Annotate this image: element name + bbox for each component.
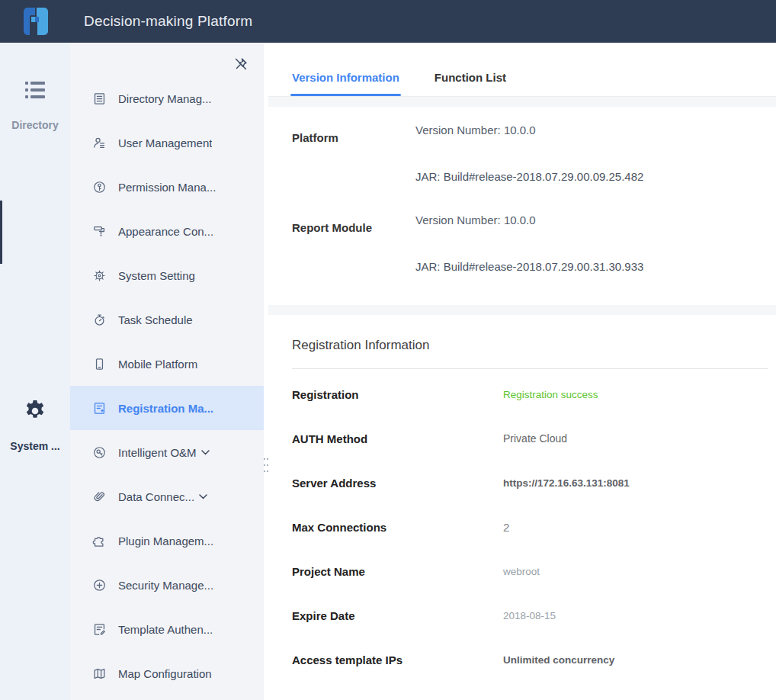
- finereport-logo-icon: [20, 5, 50, 37]
- platform-jar-build: JAR: Build#release-2018.07.29.00.09.25.4…: [415, 170, 768, 183]
- template-edit-icon: [91, 621, 107, 637]
- document-list-icon: [91, 91, 107, 107]
- menu-item-task-schedule[interactable]: Task Schedule: [70, 297, 264, 342]
- paint-roller-icon: [91, 223, 107, 239]
- project-name-value: webroot: [503, 566, 540, 577]
- menu-item-appearance-configuration[interactable]: Appearance Con...: [70, 209, 264, 253]
- tab-version-information[interactable]: Version Information: [292, 71, 399, 96]
- registration-section-title: Registration Information: [292, 338, 768, 353]
- field-label: Server Address: [292, 477, 503, 490]
- field-label: Max Connections: [292, 521, 503, 534]
- menu-item-plugin-management[interactable]: Plugin Managem...: [70, 519, 264, 563]
- menu-item-security-management[interactable]: Security Manage...: [70, 563, 264, 607]
- version-row-label: Platform: [292, 117, 415, 207]
- access-template-ips-row: Access template IPs Unlimited concurrenc…: [292, 637, 768, 682]
- key-circle-icon: [91, 179, 107, 195]
- menu-item-map-configuration[interactable]: Map Configuration: [70, 651, 264, 695]
- server-address-value: https://172.16.63.131:8081: [503, 477, 630, 489]
- auth-method-row: AUTH Method Private Cloud: [292, 416, 768, 461]
- menu-item-registration-management[interactable]: Registration Ma...: [70, 386, 264, 430]
- menu-item-template-authentication[interactable]: Template Authen...: [70, 607, 264, 651]
- mobile-icon: [91, 356, 107, 372]
- system-menu-sidebar: Directory Manag... User Management Permi…: [70, 43, 264, 700]
- field-label: Expire Date: [292, 609, 503, 622]
- menu-item-label: Security Manage...: [118, 579, 213, 592]
- chevron-down-icon: [201, 450, 210, 455]
- app-title: Decision-making Platform: [84, 13, 252, 30]
- shield-plus-icon: [91, 577, 107, 593]
- version-row-report-module: Report Module Version Number: 10.0.0 JAR…: [292, 207, 768, 297]
- rail-item-system[interactable]: System ...: [10, 399, 59, 651]
- max-connections-value: 2: [503, 521, 509, 534]
- menu-item-label: Appearance Con...: [118, 225, 213, 238]
- app-header: Decision-making Platform: [0, 0, 776, 43]
- field-label: Project Name: [292, 565, 503, 578]
- panel-divider: [264, 43, 268, 700]
- menu-item-permission-management[interactable]: Permission Mana...: [70, 165, 264, 209]
- gear-icon: [23, 399, 47, 423]
- menu-item-system-setting[interactable]: System Setting: [70, 253, 264, 297]
- app-window: Decision-making Platform Directory: [0, 0, 776, 700]
- auth-method-value: Private Cloud: [503, 432, 567, 445]
- menu-item-label: Template Authen...: [118, 623, 213, 636]
- menu-item-label: User Management: [118, 136, 212, 149]
- directory-list-icon: [23, 78, 47, 102]
- platform-version-number: Version Number: 10.0.0: [415, 117, 768, 136]
- registration-row: Registration Registration success: [292, 372, 768, 416]
- menu-item-data-connection[interactable]: Data Connec...: [70, 474, 264, 519]
- registration-doc-icon: [91, 400, 107, 416]
- menu-item-intelligent-om[interactable]: Intelligent O&M: [70, 430, 264, 474]
- user-icon: [91, 135, 107, 151]
- menu-item-directory-management[interactable]: Directory Manag...: [70, 76, 264, 120]
- project-name-row: Project Name webroot: [292, 549, 768, 593]
- server-address-row: Server Address https://172.16.63.131:808…: [292, 461, 768, 505]
- menu-item-user-management[interactable]: User Management: [70, 120, 264, 165]
- menu-item-label: System Setting: [118, 269, 195, 282]
- field-label: AUTH Method: [292, 432, 503, 445]
- chevron-down-icon: [199, 494, 207, 499]
- wrench-circle-icon: [91, 445, 107, 461]
- expire-date-row: Expire Date 2018-08-15: [292, 593, 768, 637]
- stopwatch-icon: [91, 312, 107, 328]
- menu-item-label: Map Configuration: [118, 667, 212, 680]
- expire-date-value: 2018-08-15: [503, 610, 556, 621]
- puzzle-icon: [91, 533, 107, 549]
- menu-item-label: Data Connec...: [118, 490, 194, 503]
- rail-label-directory: Directory: [11, 119, 58, 330]
- rail-label-system: System ...: [10, 440, 59, 651]
- registration-info-card: Registration Information Registration Re…: [268, 315, 776, 700]
- menu-item-label: Task Schedule: [118, 313, 193, 326]
- field-label: Access template IPs: [292, 653, 503, 666]
- rail-item-directory[interactable]: Directory: [11, 78, 58, 330]
- menu-item-label: Registration Ma...: [118, 402, 213, 415]
- tab-bar: Version Information Function List: [268, 43, 776, 97]
- app-logo[interactable]: [0, 5, 70, 37]
- map-icon: [91, 666, 107, 682]
- menu-item-label: Permission Mana...: [118, 181, 216, 194]
- field-label: Registration: [292, 388, 503, 401]
- report-module-jar-build: JAR: Build#release-2018.07.29.00.31.30.9…: [415, 260, 768, 273]
- tab-function-list[interactable]: Function List: [434, 71, 506, 96]
- left-rail: Directory System ...: [0, 43, 70, 700]
- main-content: Version Information Function List Platfo…: [268, 43, 776, 700]
- version-row-platform: Platform Version Number: 10.0.0 JAR: Bui…: [292, 117, 768, 207]
- menu-item-label: Plugin Managem...: [118, 535, 213, 547]
- menu-item-mobile-platform[interactable]: Mobile Platform: [70, 342, 264, 386]
- menu-item-label: Intelligent O&M: [118, 446, 197, 459]
- registration-status-badge: Registration success: [503, 389, 598, 400]
- max-connections-row: Max Connections 2: [292, 505, 768, 549]
- rail-selection-bar: [0, 201, 2, 264]
- menu-item-label: Mobile Platform: [118, 358, 197, 371]
- gear-outline-icon: [91, 268, 107, 284]
- access-template-ips-value: Unlimited concurrency: [503, 654, 614, 666]
- version-info-card: Platform Version Number: 10.0.0 JAR: Bui…: [268, 107, 776, 305]
- unpin-icon[interactable]: [232, 55, 250, 73]
- paperclip-icon: [91, 489, 107, 505]
- drag-handle[interactable]: [261, 453, 271, 477]
- section-separator: [292, 368, 768, 369]
- report-module-version-number: Version Number: 10.0.0: [415, 207, 768, 226]
- version-row-label: Report Module: [292, 207, 415, 297]
- menu-item-label: Directory Manag...: [118, 92, 212, 105]
